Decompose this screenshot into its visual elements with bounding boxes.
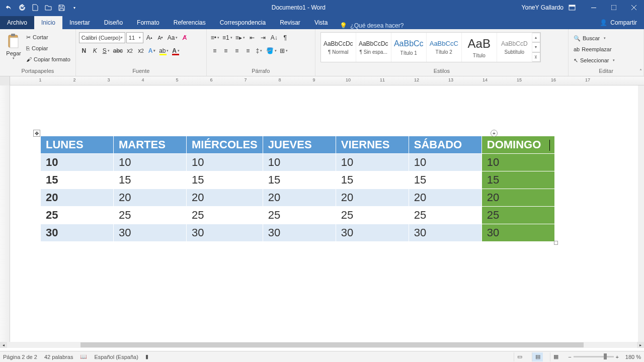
select-button[interactable]: ↖Seleccionar▾: [572, 55, 617, 65]
scroll-right-button[interactable]: ▸: [637, 342, 644, 348]
zoom-level[interactable]: 180 %: [621, 354, 641, 360]
style-down[interactable]: ▾: [532, 42, 540, 52]
table-cell[interactable]: 25: [114, 207, 187, 224]
table-header[interactable]: VIERNES: [336, 136, 409, 154]
collapse-ribbon-button[interactable]: ˄: [639, 68, 642, 74]
vertical-scrollbar[interactable]: [638, 85, 644, 342]
table-header[interactable]: LUNES: [41, 136, 114, 154]
tab-revisar[interactable]: Revisar: [273, 16, 307, 29]
style-normal[interactable]: AaBbCcDc¶ Normal: [321, 33, 356, 62]
table-cell[interactable]: 30: [41, 224, 114, 242]
table-header[interactable]: MIÉRCOLES: [187, 136, 263, 154]
zoom-in-button[interactable]: +: [616, 354, 619, 360]
style-up[interactable]: ▴: [532, 33, 540, 42]
replace-button[interactable]: abReemplazar: [572, 44, 617, 54]
table-cell[interactable]: 30: [187, 224, 263, 242]
scroll-left-button[interactable]: ◂: [0, 342, 7, 348]
superscript-button[interactable]: x2: [136, 45, 146, 56]
read-mode-button[interactable]: ▭: [514, 352, 525, 361]
macro-icon[interactable]: ▮: [145, 353, 148, 360]
horizontal-scrollbar[interactable]: ◂ ▸: [0, 342, 644, 348]
grow-font-button[interactable]: A▴: [144, 32, 154, 43]
copy-button[interactable]: ⎘Copiar: [24, 43, 72, 53]
subscript-button[interactable]: x2: [125, 45, 135, 56]
increase-indent-button[interactable]: ⇥: [258, 32, 268, 43]
text-effects-button[interactable]: A▾: [147, 45, 157, 56]
language-indicator[interactable]: Español (España): [94, 354, 138, 360]
redo-button[interactable]: [16, 2, 28, 14]
user-name[interactable]: YoneY Gallardo: [517, 4, 569, 11]
horizontal-ruler[interactable]: 1234567891011121314151617: [0, 76, 644, 85]
table-cell[interactable]: 10: [481, 154, 554, 171]
zoom-out-button[interactable]: −: [568, 354, 571, 360]
table-cell[interactable]: 25: [409, 207, 481, 224]
style-ttulo[interactable]: AaBTítulo: [462, 33, 497, 62]
new-doc-button[interactable]: [29, 2, 41, 14]
font-color-button[interactable]: A▾: [171, 45, 181, 56]
page-indicator[interactable]: Página 2 de 2: [3, 354, 37, 360]
align-left-button[interactable]: ≡: [210, 45, 220, 56]
tab-referencias[interactable]: Referencias: [167, 16, 213, 29]
style-subttulo[interactable]: AaBbCcDSubtítulo: [497, 33, 532, 62]
table-cell[interactable]: 20: [263, 189, 336, 207]
share-button[interactable]: 👤 Compartir: [593, 16, 644, 29]
table-cell[interactable]: 30: [114, 224, 187, 242]
zoom-slider[interactable]: [574, 356, 614, 357]
style-ttulo1[interactable]: AaBbCcTítulo 1: [391, 33, 427, 62]
clear-format-button[interactable]: A̸: [180, 32, 190, 43]
table-cell[interactable]: 15: [481, 171, 554, 189]
ribbon-display-button[interactable]: [569, 5, 584, 11]
web-layout-button[interactable]: ▦: [550, 352, 561, 361]
save-button[interactable]: [55, 2, 67, 14]
tab-diseño[interactable]: Diseño: [97, 16, 130, 29]
table-cell[interactable]: 10: [336, 154, 409, 171]
page[interactable]: ✥ + LUNESMARTESMIÉRCOLESJUEVESVIERNESSÁB…: [10, 85, 638, 342]
table-cell[interactable]: 15: [187, 171, 263, 189]
style-gallery[interactable]: AaBbCcDc¶ NormalAaBbCcDc¶ Sin espa...AaB…: [320, 32, 541, 62]
table-cell[interactable]: 25: [187, 207, 263, 224]
table-cell[interactable]: 25: [263, 207, 336, 224]
show-marks-button[interactable]: ¶: [280, 32, 290, 43]
zoom-thumb[interactable]: [604, 353, 607, 359]
tell-me-input[interactable]: [350, 22, 441, 29]
table-cell[interactable]: 10: [263, 154, 336, 171]
table-cell[interactable]: 20: [481, 189, 554, 207]
open-button[interactable]: [42, 2, 54, 14]
spellcheck-icon[interactable]: 📖: [80, 353, 87, 360]
word-count[interactable]: 42 palabras: [44, 354, 73, 360]
document-table[interactable]: LUNESMARTESMIÉRCOLESJUEVESVIERNESSÁBADOD…: [40, 136, 555, 242]
style-ttulo2[interactable]: AaBbCcCTítulo 2: [427, 33, 462, 62]
tab-correspondencia[interactable]: Correspondencia: [213, 16, 273, 29]
align-center-button[interactable]: ≡: [221, 45, 231, 56]
table-cell[interactable]: 15: [409, 171, 481, 189]
tab-formato[interactable]: Formato: [130, 16, 167, 29]
table-cell[interactable]: 15: [41, 171, 114, 189]
minimize-button[interactable]: [584, 0, 604, 15]
table-cell[interactable]: 20: [409, 189, 481, 207]
table-header[interactable]: MARTES: [114, 136, 187, 154]
decrease-indent-button[interactable]: ⇤: [247, 32, 257, 43]
hscroll-thumb[interactable]: [80, 342, 584, 347]
table-cell[interactable]: 10: [409, 154, 481, 171]
format-painter-button[interactable]: 🖌Copiar formato: [24, 54, 72, 64]
highlight-button[interactable]: ab▾: [158, 45, 170, 56]
table-cell[interactable]: 20: [336, 189, 409, 207]
sort-button[interactable]: A↓: [269, 32, 279, 43]
table-resize-handle[interactable]: [554, 241, 558, 245]
paste-button[interactable]: Pegar ▾: [3, 30, 24, 63]
tab-insertar[interactable]: Insertar: [62, 16, 97, 29]
table-cell[interactable]: 10: [41, 154, 114, 171]
table-cell[interactable]: 30: [409, 224, 481, 242]
maximize-button[interactable]: [604, 0, 624, 15]
numbering-button[interactable]: ≡1▾: [221, 32, 233, 43]
vertical-ruler[interactable]: [0, 85, 10, 342]
table-cell[interactable]: 15: [263, 171, 336, 189]
table-move-handle[interactable]: ✥: [33, 130, 40, 137]
table-cell[interactable]: 10: [114, 154, 187, 171]
italic-button[interactable]: K: [90, 45, 100, 56]
table-cell[interactable]: 30: [263, 224, 336, 242]
table-cell[interactable]: 20: [187, 189, 263, 207]
bullets-button[interactable]: ≡•▾: [210, 32, 220, 43]
style-sinespa[interactable]: AaBbCcDc¶ Sin espa...: [356, 33, 391, 62]
find-button[interactable]: 🔍Buscar▾: [572, 33, 617, 43]
